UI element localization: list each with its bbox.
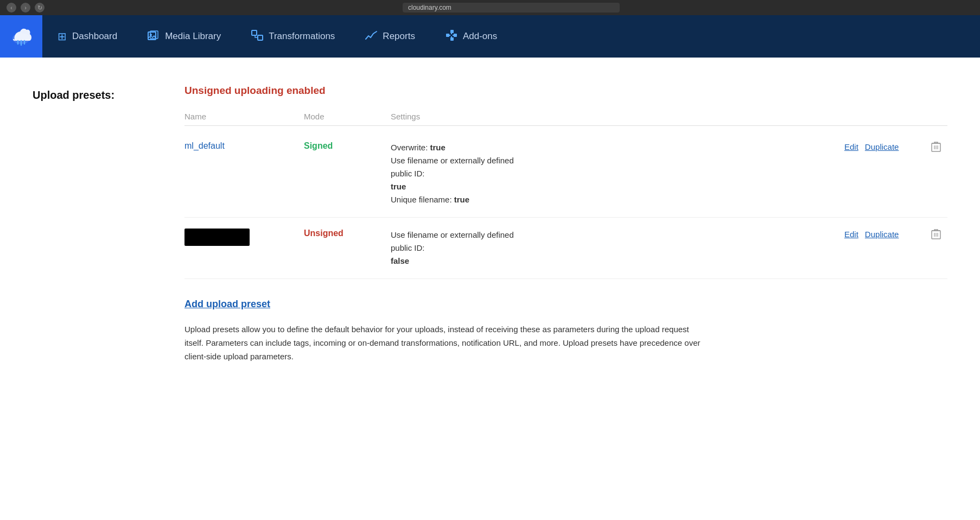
delete-redacted[interactable] [931,229,947,242]
svg-rect-6 [446,34,449,37]
trash-icon-2[interactable] [931,231,941,242]
forward-button[interactable]: › [21,3,30,12]
section-title: Unsigned uploading enabled [184,85,947,97]
refresh-button[interactable]: ↻ [35,3,44,12]
nav-item-transformations[interactable]: Transformations [236,15,350,58]
svg-rect-9 [454,34,457,37]
reports-icon [365,30,377,43]
header-settings: Settings [391,112,844,121]
svg-rect-8 [450,37,454,41]
nav-item-media-library[interactable]: Media Library [132,15,236,58]
presets-table: Name Mode Settings ml_default Signed Ov [184,112,947,279]
preset-settings-redacted: Use filename or externally defined publi… [391,229,844,268]
url-bar[interactable]: cloudinary.com [403,3,620,12]
svg-rect-4 [252,30,257,35]
nav-items-container: ⊞ Dashboard Media Library [42,15,980,58]
svg-rect-7 [450,30,454,33]
trash-icon[interactable] [931,144,941,154]
media-library-icon [148,30,160,43]
preset-actions-ml-default: Edit Duplicate [844,141,931,151]
browser-chrome: ‹ › ↻ cloudinary.com [0,0,980,15]
edit-link-redacted[interactable]: Edit [844,230,858,239]
nav-item-addons[interactable]: Add-ons [430,15,512,58]
duplicate-link-ml-default[interactable]: Duplicate [865,142,899,151]
header-delete [931,112,947,121]
delete-ml-default[interactable] [931,141,947,155]
table-header: Name Mode Settings [184,112,947,126]
back-button[interactable]: ‹ [7,3,16,12]
dashboard-icon: ⊞ [58,30,67,43]
nav-label-media-library: Media Library [165,31,221,42]
logo [0,15,42,58]
add-preset-link[interactable]: Add upload preset [184,299,270,310]
sidebar-label: Upload presets: [33,85,152,363]
header-mode: Mode [304,112,391,121]
preset-actions-redacted: Edit Duplicate [844,229,931,239]
preset-mode-redacted: Unsigned [304,229,391,238]
table-row: ml_default Signed Overwrite: true Use fi… [184,130,947,218]
edit-link-ml-default[interactable]: Edit [844,142,858,151]
preset-name-redacted [184,229,304,246]
nav-item-dashboard[interactable]: ⊞ Dashboard [42,15,132,58]
preset-mode-ml-default: Signed [304,141,391,151]
nav-label-transformations: Transformations [269,31,335,42]
page-content: Upload presets: Unsigned uploading enabl… [0,58,980,520]
header-actions [844,112,931,121]
preset-settings-ml-default: Overwrite: true Use filename or external… [391,141,844,206]
svg-rect-5 [258,35,263,40]
transformations-icon [251,30,263,43]
nav-label-dashboard: Dashboard [72,31,117,42]
nav-item-reports[interactable]: Reports [350,15,430,58]
page-layout: Upload presets: Unsigned uploading enabl… [33,85,947,363]
main-section: Unsigned uploading enabled Name Mode Set… [184,85,947,363]
redacted-name-block [184,229,250,246]
header-name: Name [184,112,304,121]
duplicate-link-redacted[interactable]: Duplicate [865,230,899,239]
cloudinary-logo-icon [9,24,33,48]
addons-icon [446,29,457,44]
description-text: Upload presets allow you to define the d… [184,323,705,363]
nav-label-reports: Reports [383,31,415,42]
nav-label-addons: Add-ons [463,31,497,42]
main-nav: ⊞ Dashboard Media Library [0,15,980,58]
preset-name-ml-default[interactable]: ml_default [184,141,304,151]
table-row: Unsigned Use filename or externally defi… [184,218,947,279]
